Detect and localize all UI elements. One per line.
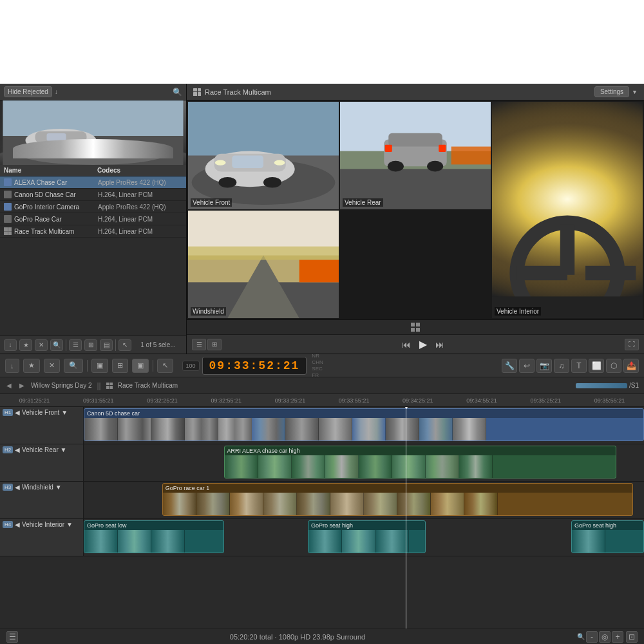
svg-point-13 — [218, 177, 236, 188]
viewer-grid-mode — [187, 319, 644, 334]
select-tool-button[interactable]: ↖ — [118, 339, 131, 351]
camera-label: Windshield — [191, 307, 226, 316]
media-item-codec: H.264, Linear PCM — [98, 191, 182, 198]
fx-button[interactable]: ⬡ — [606, 359, 621, 373]
go-to-start-button[interactable]: ⏮ — [399, 337, 413, 352]
bank-controls: /S1 — [576, 382, 639, 389]
grid-cell — [416, 328, 420, 332]
go-to-end-button[interactable]: ⏭ — [433, 337, 447, 352]
add-media-button[interactable]: ↓ — [4, 339, 17, 351]
search-filter-button[interactable]: 🔍 — [50, 339, 63, 351]
trim-mode-button[interactable]: ⊞ — [112, 359, 128, 373]
zoom-out-button[interactable]: - — [586, 631, 598, 643]
clip-thumbnail — [431, 493, 464, 515]
viewer-title-text: Race Track Multicam — [205, 88, 271, 96]
back-nav-button[interactable]: ◀ — [5, 381, 13, 390]
star-button[interactable]: ★ — [19, 339, 32, 351]
settings-button[interactable]: Settings — [594, 86, 629, 97]
clip-thumbnail — [359, 455, 392, 478]
media-item[interactable]: GoPro Interior Camera Apple ProRes 422 (… — [0, 201, 186, 213]
search-button[interactable]: 🔍 — [64, 359, 83, 373]
clip-thumbnail — [225, 455, 258, 478]
shape-button[interactable]: ⬜ — [589, 359, 604, 373]
svg-point-17 — [274, 160, 285, 165]
clip-gopro-seat-high-1[interactable]: GoPro seat high — [308, 520, 426, 553]
clip-thumbnail — [459, 455, 493, 478]
ruler-mark: 09:31:55:21 — [66, 397, 130, 404]
list-view-btn[interactable]: ☰ — [192, 339, 206, 350]
multicam-viewer: Race Track Multicam Settings ▼ — [187, 84, 644, 354]
clip-thumbnail — [297, 493, 330, 515]
zoom-reset-button[interactable]: ◎ — [599, 631, 611, 643]
clip-canon-5d[interactable]: Canon 5D chase car — [84, 408, 644, 441]
zoom-fit-button[interactable]: ⊡ — [626, 631, 638, 643]
audio-button[interactable]: ♫ — [554, 359, 569, 373]
clip-label: GoPro seat low — [84, 521, 223, 530]
svg-point-6 — [70, 145, 85, 154]
clip-thumbnail — [330, 493, 364, 515]
tracks-container[interactable]: H1 ◀ Vehicle Front ▼ Canon 5D chase car — [0, 407, 644, 629]
reject-button[interactable]: ✕ — [35, 339, 48, 351]
add-to-timeline-button[interactable]: ↓ — [5, 359, 19, 373]
favorite-button[interactable]: ★ — [23, 359, 40, 373]
track-name: H1 ◀ Vehicle Front ▼ — [3, 409, 80, 416]
clip-thumbnail — [258, 455, 292, 478]
media-list[interactable]: ALEXA Chase Car Apple ProRes 422 (HQ) Ca… — [0, 176, 186, 336]
text-button[interactable]: T — [571, 359, 587, 373]
grid-cell — [411, 328, 415, 332]
select-mode-button[interactable]: ▣ — [91, 359, 108, 373]
camera-cell-vehicle-rear[interactable]: Vehicle Rear — [340, 102, 491, 209]
track-content-vehicle-front[interactable]: Canon 5D chase car — [84, 407, 644, 444]
track-content-vehicle-interior[interactable]: GoPro seat low GoPro seat high — [84, 519, 644, 556]
camera-cell-vehicle-interior[interactable]: Vehicle Interior — [492, 102, 643, 318]
media-item-name: GoPro Race Car — [14, 216, 98, 223]
list-view-button[interactable]: ☰ — [69, 339, 82, 351]
media-item[interactable]: Canon 5D Chase Car H.264, Linear PCM — [0, 189, 186, 201]
svg-rect-22 — [388, 133, 442, 147]
svg-point-14 — [263, 177, 281, 188]
export-button[interactable]: 📤 — [623, 359, 639, 373]
svg-rect-56 — [585, 266, 636, 280]
clip-gopro-seat-low[interactable]: GoPro seat low — [84, 520, 224, 553]
track-label: ◀ Vehicle Rear ▼ — [15, 446, 66, 453]
undo-button[interactable]: ↩ — [519, 359, 535, 373]
media-item[interactable]: Race Track Multicam H.264, Linear PCM — [0, 225, 186, 238]
clip-bank-toolbar: ◀ ▶ Willow Springs Day 2 || Race Track M… — [0, 377, 644, 394]
grid-view-button[interactable]: ⊞ — [84, 339, 97, 351]
grid-view-btn[interactable]: ⊞ — [207, 339, 222, 350]
media-item[interactable]: ALEXA Chase Car Apple ProRes 422 (HQ) — [0, 176, 186, 189]
bank-name-2: Race Track Multicam — [118, 382, 178, 389]
reject-button[interactable]: ✕ — [44, 359, 60, 373]
multicam-mode-button[interactable]: ▣ — [132, 359, 149, 373]
forward-nav-button[interactable]: ▶ — [18, 381, 26, 390]
hide-rejected-button[interactable]: Hide Rejected — [4, 86, 52, 97]
status-right: 🔍 - ◎ + ⊡ — [577, 631, 638, 643]
filmstrip-button[interactable]: ▤ — [100, 339, 113, 351]
track-content-vehicle-rear[interactable]: ARRI ALEXA chase car high — [84, 444, 644, 481]
clip-gopro-seat-high-2[interactable]: GoPro seat high — [571, 520, 644, 553]
window-chrome — [0, 0, 644, 84]
play-button[interactable]: ▶ — [416, 337, 430, 352]
track-badge: H1 — [3, 409, 13, 416]
clip-thumbnail — [151, 530, 185, 553]
status-menu-button[interactable]: ☰ — [6, 631, 18, 643]
search-icon[interactable]: 🔍 — [173, 88, 182, 97]
camera-cell-windshield[interactable]: Windshield — [188, 211, 339, 318]
svg-rect-7 — [47, 133, 66, 141]
fullscreen-button[interactable]: ⛶ — [625, 339, 639, 350]
clip-thumbnail — [196, 493, 230, 515]
media-item-name: GoPro Interior Camera — [14, 204, 98, 211]
select-tool[interactable]: ↖ — [157, 359, 173, 373]
clip-arri-alexa[interactable]: ARRI ALEXA chase car high — [224, 446, 616, 478]
camera-cell-vehicle-front-top[interactable]: Vehicle Front — [188, 102, 339, 209]
zoom-in-button[interactable]: + — [612, 631, 623, 643]
view-mode-buttons: ☰ ⊞ — [192, 339, 222, 350]
clip-thumbnail — [263, 493, 297, 515]
media-item[interactable]: GoPro Race Car H.264, Linear PCM — [0, 213, 186, 225]
wrench-tool[interactable]: 🔧 — [502, 359, 517, 373]
clip-label: GoPro seat high — [308, 521, 425, 530]
track-content-windshield[interactable]: GoPro race car 1 — [84, 482, 644, 518]
clip-gopro-race[interactable]: GoPro race car 1 — [162, 483, 633, 516]
timecode-labels: NR CHN SEC FR — [312, 353, 323, 378]
camera-button[interactable]: 📷 — [536, 359, 552, 373]
